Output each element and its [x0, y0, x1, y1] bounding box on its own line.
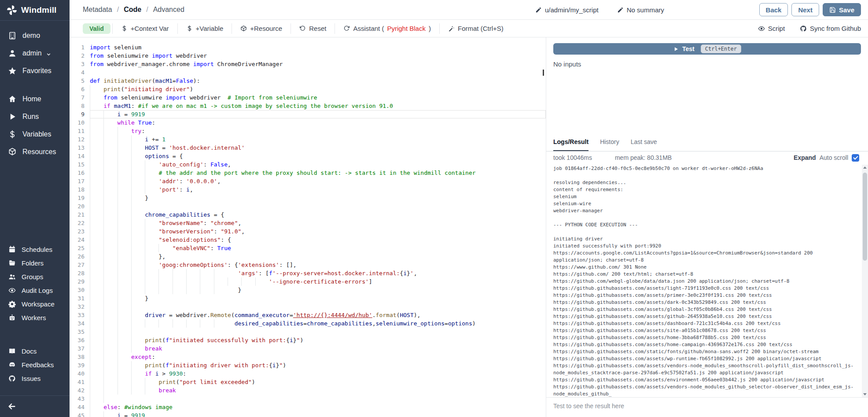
code-line[interactable]: 41print("port limit exceeded") — [70, 378, 546, 386]
sidebar-item-docs[interactable]: Docs — [0, 344, 70, 358]
code-line[interactable]: 37break — [70, 344, 546, 353]
tab-last-save[interactable]: Last save — [631, 138, 657, 151]
toolbar-resource[interactable]: +Resource — [232, 23, 291, 34]
code-line[interactable]: 18'port': i, — [70, 185, 546, 194]
code-line[interactable]: 9i = 9919 — [70, 110, 546, 118]
toolbar-format-ctrl-s[interactable]: Format (Ctrl+S) — [439, 23, 512, 34]
code-line[interactable]: 21chrome_capabilities = { — [70, 210, 546, 219]
tab-logs-result[interactable]: Logs/Result — [553, 138, 588, 151]
code-line[interactable]: 45i = 9919 — [70, 411, 546, 417]
expand-button[interactable]: Expand — [794, 154, 816, 161]
code-line[interactable]: 30 } — [70, 286, 546, 294]
sidebar-item-runs[interactable]: Runs — [0, 108, 70, 125]
code-line[interactable]: 33driver = webdriver.Remote(command_exec… — [70, 311, 546, 319]
code-line[interactable]: 32 — [70, 303, 546, 311]
test-button[interactable]: Test Ctrl+Enter — [553, 43, 861, 55]
sidebar-item-home[interactable]: Home — [0, 90, 70, 108]
code-line[interactable]: 31} — [70, 294, 546, 303]
sidebar-item-folders[interactable]: Folders — [0, 256, 70, 270]
code-line[interactable]: 12i += 1 — [70, 135, 546, 144]
save-button[interactable]: Save — [823, 3, 861, 16]
scroll-down-arrow[interactable] — [862, 391, 868, 397]
code-line[interactable]: 35 — [70, 328, 546, 336]
back-button[interactable]: Back — [759, 3, 788, 16]
sidebar-item-audit-logs[interactable]: Audit Logs — [0, 284, 70, 297]
sidebar-item-demo[interactable]: demo — [0, 27, 70, 44]
code-line[interactable]: 11try: — [70, 127, 546, 135]
code-line[interactable]: 4 — [70, 68, 546, 77]
line-number: 42 — [70, 386, 85, 395]
code-line[interactable]: 1import selenium — [70, 43, 546, 52]
toolbar-script[interactable]: Script — [758, 25, 785, 32]
code-line[interactable]: 24"selenoid:options": { — [70, 236, 546, 244]
code-line[interactable]: 10while True: — [70, 118, 546, 127]
code-line[interactable]: 26}, — [70, 252, 546, 261]
tab-code[interactable]: Code — [124, 6, 141, 14]
play-icon — [8, 112, 17, 121]
code-line[interactable]: 36print(f"initiated successfully with po… — [70, 336, 546, 344]
code-line[interactable]: 39print(f"initiating driver with port:{i… — [70, 361, 546, 369]
code-line[interactable]: 40if i > 9930: — [70, 369, 546, 378]
code-line[interactable]: 8if macM1: #if we are on mac m1 -> custo… — [70, 102, 546, 110]
next-button[interactable]: Next — [791, 3, 819, 16]
code-line[interactable]: 34 desired_capabilities=chrome_capabilit… — [70, 319, 546, 328]
code-line[interactable]: 28 'args': [f'--proxy-server=host.docker… — [70, 269, 546, 277]
code-line[interactable]: 44else: #windows image — [70, 403, 546, 411]
code-line[interactable]: 2from seleniumwire import webdriver — [70, 52, 546, 60]
sidebar-item-issues[interactable]: Issues — [0, 372, 70, 385]
toolbar-reset[interactable]: Reset — [291, 23, 335, 34]
code-line[interactable]: 14options = { — [70, 152, 546, 160]
tab-advanced[interactable]: Advanced — [153, 6, 184, 14]
sidebar-item-resources[interactable]: Resources — [0, 143, 70, 161]
tab-history[interactable]: History — [600, 138, 619, 151]
sidebar-item-favorites[interactable]: Favorites — [0, 62, 70, 80]
code-line[interactable]: 20 — [70, 202, 546, 210]
code-line[interactable]: 16# the addr and the port where the prox… — [70, 169, 546, 177]
log-line: https://github.githubassets.com/assets/d… — [553, 299, 858, 306]
scrollbar-thumb[interactable] — [863, 173, 867, 261]
toolbar-variable[interactable]: +Variable — [177, 23, 232, 34]
home-icon — [8, 95, 17, 103]
code-line[interactable]: 23"browserVersion": "91.0", — [70, 227, 546, 236]
sidebar-item-variables[interactable]: Variables — [0, 125, 70, 143]
code-line[interactable]: 15'auto_config': False, — [70, 160, 546, 169]
code-line[interactable]: 42break — [70, 386, 546, 395]
code-line[interactable]: 7from seleniumwire import webdriver # Im… — [70, 93, 546, 102]
line-number: 16 — [70, 169, 85, 177]
tab-metadata[interactable]: Metadata — [83, 6, 112, 14]
code-line[interactable]: 17'addr': '0.0.0.0', — [70, 177, 546, 185]
code-line[interactable]: 29'--ignore-certificate-errors'] — [70, 277, 546, 286]
sidebar-item-schedules[interactable]: Schedules — [0, 243, 70, 256]
toolbar-context-var[interactable]: +Context Var — [112, 23, 177, 34]
collapse-sidebar-button[interactable] — [0, 402, 17, 411]
code-editor[interactable]: 1import selenium2from seleniumwire impor… — [70, 37, 546, 417]
code-line[interactable]: 6print("initiating driver") — [70, 85, 546, 93]
toolbar-sync-from-github[interactable]: Sync from Github — [800, 25, 861, 32]
log-line: https://github.githubassets.com/assets/v… — [553, 384, 858, 391]
line-number: 33 — [70, 311, 85, 319]
sidebar-item-groups[interactable]: Groups — [0, 270, 70, 284]
code-line[interactable]: 27'goog:chromeOptions': {'extensions': [… — [70, 261, 546, 269]
code-line[interactable]: 38except: — [70, 353, 546, 361]
code-line[interactable]: 3from webdriver_manager.chrome import Ch… — [70, 60, 546, 68]
sidebar-item-feedbacks[interactable]: Feedbacks — [0, 358, 70, 372]
code-line[interactable]: 13HOST = 'host.docker.internal' — [70, 144, 546, 152]
toolbar-button-label: +Variable — [196, 25, 224, 32]
autoscroll-checkbox[interactable] — [852, 154, 859, 162]
line-number: 13 — [70, 144, 85, 152]
windmill-home-link[interactable]: Windmill — [0, 0, 70, 21]
toolbar-assistant[interactable]: Assistant (Pyright Black) — [335, 23, 439, 34]
robot-icon — [8, 314, 16, 321]
code-line[interactable]: 43 — [70, 395, 546, 403]
code-line[interactable]: 5def initiateDriver(macM1=False): — [70, 77, 546, 85]
script-path-button[interactable]: u/admin/my_script — [535, 6, 599, 14]
code-line[interactable]: 19} — [70, 194, 546, 202]
sidebar-item-workspace[interactable]: Workspace — [0, 297, 70, 311]
logs-scrollbar[interactable] — [862, 165, 868, 397]
sidebar-item-admin[interactable]: admin — [0, 44, 70, 62]
code-line[interactable]: 25"enableVNC": True — [70, 244, 546, 252]
sidebar-item-workers[interactable]: Workers — [0, 311, 70, 325]
script-summary-button[interactable]: No summary — [617, 6, 664, 14]
scroll-up-arrow[interactable] — [862, 165, 868, 171]
code-line[interactable]: 22"browserName": "chrome", — [70, 219, 546, 227]
